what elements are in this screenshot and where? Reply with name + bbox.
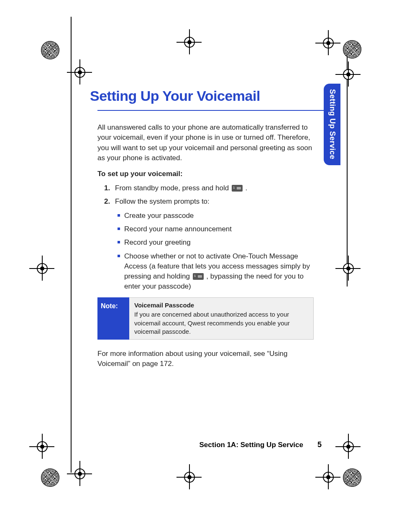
crop-guide-left xyxy=(71,17,72,473)
step-item: From standby mode, press and hold . xyxy=(115,183,314,193)
step-text: Follow the system prompts to: xyxy=(115,197,210,205)
register-mark-icon xyxy=(343,69,354,80)
intro-paragraph: All unanswered calls to your phone are a… xyxy=(97,123,314,163)
rosette-icon xyxy=(343,40,361,59)
footer: Section 1A: Setting Up Service 5 xyxy=(200,440,322,449)
register-mark-icon xyxy=(74,67,85,78)
subhead: To set up your voicemail: xyxy=(97,169,314,179)
register-mark-icon xyxy=(343,263,354,274)
footer-section: Section 1A: Setting Up Service xyxy=(200,441,303,449)
footer-page-number: 5 xyxy=(317,440,322,449)
page: Setting Up Service Setting Up Your Voice… xyxy=(0,0,399,532)
crop-guide-right xyxy=(347,56,348,286)
substep-item: Record your greeting xyxy=(124,238,314,248)
page-title: Setting Up Your Voicemail xyxy=(90,86,314,106)
register-mark-icon xyxy=(184,472,195,483)
key-1-icon xyxy=(232,185,243,192)
register-mark-icon xyxy=(74,468,85,479)
steps-list: From standby mode, press and hold . Foll… xyxy=(97,183,314,292)
note-body: Voicemail Passcode If you are concerned … xyxy=(129,297,314,340)
key-1-icon xyxy=(193,273,204,280)
step-text: From standby mode, press and hold xyxy=(115,184,231,192)
note-text: If you are concerned about unauthorized … xyxy=(134,311,290,335)
register-mark-icon xyxy=(323,38,334,49)
substep-item: Record your name announcement xyxy=(124,224,314,234)
step-text: . xyxy=(246,184,248,192)
note-block: Note: Voicemail Passcode If you are conc… xyxy=(97,297,314,340)
register-mark-icon xyxy=(37,263,48,274)
register-mark-icon xyxy=(184,37,195,48)
register-mark-icon xyxy=(323,472,334,483)
substep-item: Choose whether or not to activate One-To… xyxy=(124,251,314,292)
content-area: Setting Up Your Voicemail All unanswered… xyxy=(90,86,314,375)
outro-paragraph: For more information about using your vo… xyxy=(97,349,314,369)
rosette-icon xyxy=(41,468,59,487)
rosette-icon xyxy=(343,468,361,487)
title-rule xyxy=(97,110,330,111)
register-mark-icon xyxy=(343,441,354,452)
register-mark-icon xyxy=(37,441,48,452)
side-tab-label: Setting Up Service xyxy=(328,89,337,159)
side-tab: Setting Up Service xyxy=(324,84,340,165)
note-title: Voicemail Passcode xyxy=(134,301,308,309)
rosette-icon xyxy=(41,41,59,59)
substep-item: Create your passcode xyxy=(124,211,314,221)
substeps-list: Create your passcode Record your name an… xyxy=(115,211,314,292)
note-label: Note: xyxy=(97,297,129,340)
step-item: Follow the system prompts to: Create you… xyxy=(115,197,314,292)
